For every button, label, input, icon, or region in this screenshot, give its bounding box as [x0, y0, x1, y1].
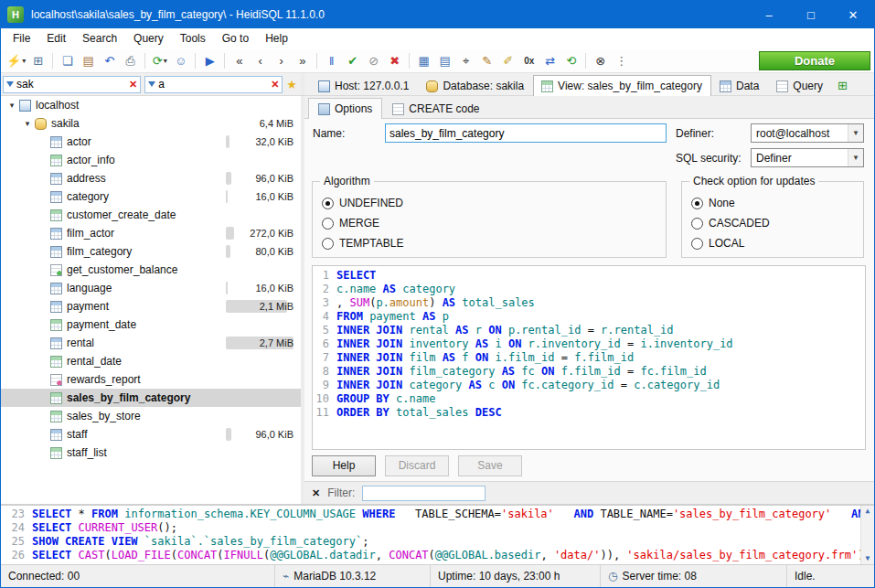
tab-query[interactable]: Query	[768, 75, 832, 96]
sql-source-editor[interactable]: 1SELECT2c.name AS category3, SUM(p.amoun…	[312, 265, 866, 450]
expander-icon[interactable]: ▾	[20, 119, 35, 128]
commit-button[interactable]: ✔	[342, 50, 363, 71]
block-button[interactable]: ⊘	[363, 50, 384, 71]
tab-host[interactable]: Host: 127.0.0.1	[310, 75, 418, 96]
tree-item-staff[interactable]: staff96,0 KiB	[1, 425, 301, 444]
first-record-button[interactable]: «	[229, 50, 250, 71]
highlighter-button[interactable]: ✐	[497, 50, 518, 71]
tree-item-actor-info[interactable]: actor_info	[1, 151, 301, 169]
print-button[interactable]: ⎙	[120, 50, 141, 71]
tree-item-address[interactable]: address96,0 KiB	[1, 169, 301, 187]
filter-bar-close-button[interactable]: ✕	[312, 487, 320, 499]
clear-table-filter-button[interactable]: ✕	[271, 79, 279, 91]
minimize-button[interactable]: –	[748, 1, 790, 28]
database-filter-input[interactable]	[16, 78, 126, 91]
scroll-down-button[interactable]: ▼	[866, 555, 870, 562]
form-editor-button[interactable]: ▤	[434, 50, 455, 71]
tree-item-language[interactable]: language16,0 KiB	[1, 279, 301, 297]
sql-log[interactable]: 23SELECT * FROM information_schema.KEY_C…	[1, 504, 874, 564]
user-manager-button[interactable]: ☺	[170, 50, 191, 71]
save-button[interactable]: Save	[458, 455, 522, 476]
copy-button[interactable]: ❏	[57, 50, 78, 71]
definer-combo[interactable]: root@localhost ▼	[751, 123, 864, 143]
tree-item-film-actor[interactable]: film_actor272,0 KiB	[1, 224, 301, 242]
code-icon	[392, 103, 404, 115]
tree-item-get-customer-balance[interactable]: get_customer_balance	[1, 261, 301, 279]
tab-options[interactable]: Options	[308, 98, 382, 119]
tree-item-sales-by-film-category[interactable]: sales_by_film_category	[1, 389, 301, 407]
radio-local[interactable]: LOCAL	[691, 233, 854, 253]
undo-button[interactable]: ↶	[99, 50, 120, 71]
tree-item-actor[interactable]: actor32,0 KiB	[1, 133, 301, 151]
reconnect-button[interactable]: ⟲	[560, 50, 582, 71]
tab-data[interactable]: Data	[711, 75, 768, 96]
log-scrollbar[interactable]: ▲ ▼	[860, 506, 874, 564]
tree-item-localhost[interactable]: ▾localhost	[1, 96, 301, 114]
new-query-tab-button[interactable]: ⊞	[838, 80, 848, 91]
radio-none[interactable]: None	[691, 193, 854, 213]
session-manager-button[interactable]: ⚡▾	[5, 50, 27, 71]
execute-button[interactable]: ▶	[199, 50, 220, 71]
filter-input[interactable]	[362, 486, 486, 501]
menu-query[interactable]: Query	[125, 28, 172, 49]
table-filter-input[interactable]	[158, 78, 268, 91]
radio-cascaded[interactable]: CASCADED	[691, 213, 854, 233]
definer-value: root@localhost	[756, 127, 829, 140]
tab-create-code[interactable]: CREATE code	[382, 98, 489, 119]
prev-record-button[interactable]: ‹	[250, 50, 271, 71]
donate-button[interactable]: Donate	[759, 51, 870, 70]
chevron-down-icon[interactable]: ▼	[848, 124, 863, 142]
find-text-button[interactable]: ⌖	[455, 50, 476, 71]
tree-item-category[interactable]: category16,0 KiB	[1, 187, 301, 206]
tree-item-film-category[interactable]: film_category80,0 KiB	[1, 242, 301, 261]
discard-button[interactable]: Discard	[385, 455, 449, 476]
menu-file[interactable]: File	[5, 28, 38, 49]
maximize-button[interactable]: □	[790, 1, 832, 28]
sql-security-combo[interactable]: Definer ▼	[751, 148, 864, 167]
name-input[interactable]	[385, 123, 667, 143]
new-window-button[interactable]: ⊞	[27, 50, 48, 71]
tab-database[interactable]: Database: sakila	[418, 75, 533, 96]
paste-button[interactable]: ▤	[78, 50, 99, 71]
sql-token: ON	[508, 337, 521, 350]
tree-item-rewards-report[interactable]: rewards_report	[1, 370, 301, 389]
shutdown-button[interactable]: ⊗	[590, 50, 611, 71]
export-button[interactable]: ⇄	[539, 50, 560, 71]
tree-item-customer-create-date[interactable]: customer_create_date	[1, 206, 301, 224]
radio-temptable[interactable]: TEMPTABLE	[322, 233, 656, 253]
hex-view-button[interactable]: 0x	[518, 50, 539, 71]
menu-edit[interactable]: Edit	[38, 28, 74, 49]
edit-pencil-button[interactable]: ✎	[476, 50, 497, 71]
help-button[interactable]: Help	[312, 455, 376, 476]
tree-item-sakila[interactable]: ▾sakila6,4 MiB	[1, 114, 301, 133]
menu-go-to[interactable]: Go to	[214, 28, 257, 49]
overflow-button[interactable]: ⋮	[611, 50, 632, 71]
pause-button[interactable]: ‖	[321, 50, 342, 71]
database-tree[interactable]: ▾localhost▾sakila6,4 MiBactor32,0 KiBact…	[1, 96, 304, 504]
tab-view[interactable]: View: sales_by_film_category	[533, 75, 711, 96]
refresh-button[interactable]: ⟳▾	[149, 50, 170, 71]
close-button[interactable]: ✕	[832, 1, 874, 28]
tree-item-rental[interactable]: rental2,7 MiB	[1, 334, 301, 352]
tree-item-payment[interactable]: payment2,1 MiB	[1, 297, 301, 315]
menu-help[interactable]: Help	[257, 28, 296, 49]
expander-icon[interactable]: ▾	[5, 101, 19, 110]
next-record-button[interactable]: ›	[271, 50, 292, 71]
data-grid-button[interactable]: ▦	[413, 50, 434, 71]
tree-item-payment-date[interactable]: payment_date	[1, 315, 301, 334]
radio-merge[interactable]: MERGE	[322, 213, 656, 233]
tree-item-label: payment_date	[67, 318, 136, 331]
tree-item-staff-list[interactable]: staff_list	[1, 444, 301, 462]
tree-item-sales-by-store[interactable]: sales_by_store	[1, 407, 301, 425]
clear-database-filter-button[interactable]: ✕	[129, 79, 137, 91]
menu-search[interactable]: Search	[74, 28, 125, 49]
last-record-button[interactable]: »	[292, 50, 313, 71]
filter-highlight-icon[interactable]: ★	[286, 78, 297, 91]
menu-tools[interactable]: Tools	[172, 28, 214, 49]
cancel-button[interactable]: ✖	[384, 50, 405, 71]
sql-token: AS	[443, 296, 455, 309]
chevron-down-icon[interactable]: ▼	[848, 149, 863, 166]
tree-item-rental-date[interactable]: rental_date	[1, 352, 301, 370]
radio-undefined[interactable]: UNDEFINED	[322, 193, 656, 213]
scroll-up-button[interactable]: ▲	[866, 508, 870, 515]
